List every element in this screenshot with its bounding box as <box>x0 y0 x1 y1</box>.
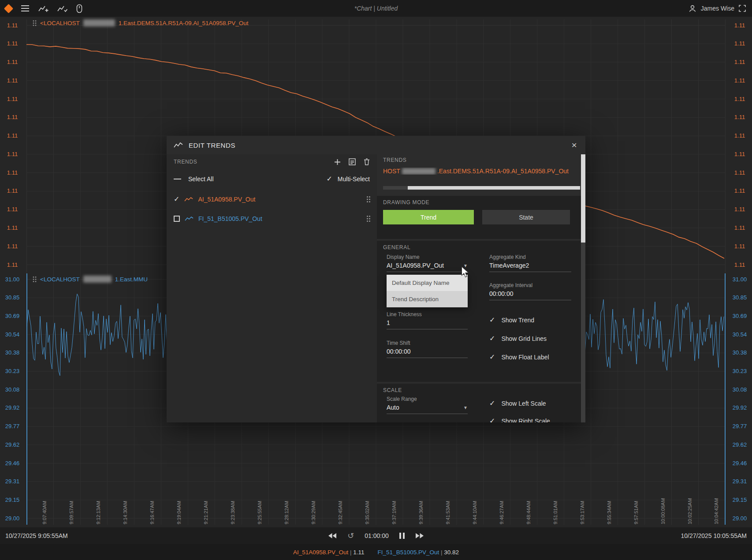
option-toggle[interactable]: ✓Show Float Label <box>489 352 549 362</box>
axis-tick: 1.11 <box>727 206 752 213</box>
axis-tick: 1.11 <box>0 206 25 213</box>
mouse-mode-icon[interactable] <box>76 4 82 13</box>
axis-tick: 1.11 <box>0 187 25 194</box>
time-tick: 9:39:36AM <box>418 501 424 524</box>
option-toggle[interactable]: ✓Show Right Scale <box>489 416 550 422</box>
fast-forward-icon[interactable] <box>415 533 424 539</box>
axis-tick: 1.11 <box>0 151 25 157</box>
check-icon: ✓ <box>326 175 332 183</box>
axis-tick: 29.77 <box>727 423 752 429</box>
trend-host: <LOCALHOST <box>40 276 80 283</box>
option-toggle[interactable]: ✓Show Left Scale <box>489 398 550 409</box>
trends-section-title: TRENDS <box>174 159 197 165</box>
axis-tick: 1.11 <box>727 114 752 120</box>
axis-tick: 1.11 <box>0 114 25 120</box>
separator: | <box>439 549 444 556</box>
trend-path: 1.East.MMU <box>115 276 148 283</box>
trend-path: 1.East.DEMS.51A.R51A-09.AI_51A0958.PV_Ou… <box>119 20 249 26</box>
trend-list-panel: TRENDS Select All ✓ Multi-Select ✓AI_51A… <box>167 154 377 422</box>
drawing-mode-title: DRAWING MODE <box>383 199 429 205</box>
vertical-scrollbar[interactable] <box>581 154 585 422</box>
line-thickness-field[interactable]: Line Thickness 1 <box>387 311 468 329</box>
bottom-chart-trend-label[interactable]: <LOCALHOST 1.East.MMU <box>33 276 148 283</box>
scale-checks: ✓Show Left Scale✓Show Right Scale <box>489 398 550 422</box>
mode-trend-button[interactable]: Trend <box>383 210 474 224</box>
status-bar: AI_51A0958.PV_Out | 1.11FI_51_B51005.PV_… <box>0 544 752 560</box>
fullscreen-icon[interactable] <box>739 5 746 12</box>
chevron-down-icon[interactable]: ▼ <box>463 263 468 268</box>
reset-icon[interactable]: ↺ <box>347 532 354 540</box>
top-chart-trend-label[interactable]: <LOCALHOST 1.East.DEMS.51A.R51A-09.AI_51… <box>33 19 249 26</box>
scale-range-field[interactable]: Scale Range Auto▼ <box>387 396 468 414</box>
axis-tick: 29.31 <box>0 478 25 485</box>
axis-tick: 30.38 <box>0 349 25 356</box>
axis-tick: 30.85 <box>0 294 25 301</box>
close-icon[interactable]: × <box>569 139 580 151</box>
axis-tick: 1.11 <box>0 22 25 29</box>
user-name[interactable]: James Wise <box>701 5 734 12</box>
aggregate-interval-field[interactable]: Aggregate Interval 00:00:00 <box>489 282 571 300</box>
pause-icon[interactable] <box>399 533 405 539</box>
axis-tick: 30.38 <box>727 349 752 356</box>
drag-handle-icon[interactable] <box>33 276 37 283</box>
display-name-field[interactable]: Display Name AI_51A0958.PV_Out▼ <box>387 254 468 272</box>
select-all-label[interactable]: Select All <box>188 175 214 183</box>
unchecked-checkbox[interactable] <box>174 216 180 222</box>
option-toggle[interactable]: ✓Show Grid Lines <box>489 333 549 344</box>
scrollbar-thumb[interactable] <box>408 186 580 190</box>
range-end-time[interactable]: 10/27/2025 10:05:55AM <box>681 527 747 544</box>
menu-icon[interactable] <box>21 5 30 12</box>
trend-name: FI_51_B51005.PV_Out <box>198 215 262 222</box>
axis-tick: 1.11 <box>0 40 25 47</box>
status-value: 1.11 <box>353 549 364 556</box>
window-duration[interactable]: 01:00:00 <box>365 532 389 539</box>
drag-handle-icon[interactable] <box>33 20 37 26</box>
axis-tick: 1.11 <box>727 224 752 231</box>
time-tick: 9:48:44AM <box>526 501 531 524</box>
edit-trends-icon[interactable] <box>57 5 67 12</box>
axis-tick: 29.62 <box>727 441 752 448</box>
axis-tick: 1.11 <box>727 40 752 47</box>
mode-state-button[interactable]: State <box>482 210 570 224</box>
trend-list-item[interactable]: FI_51_B51005.PV_Out <box>167 209 377 228</box>
trend-settings-panel: TRENDS HOST .East.DEMS.51A.R51A-09.AI_51… <box>377 154 581 422</box>
status-trend-value: FI_51_B51005.PV_Out | 30.82 <box>378 549 459 556</box>
add-icon[interactable] <box>334 159 341 165</box>
check-icon: ✓ <box>489 354 495 361</box>
chevron-down-icon[interactable]: ▼ <box>463 405 468 410</box>
axis-tick: 1.11 <box>0 224 25 231</box>
option-label: Show Right Scale <box>501 418 550 422</box>
delete-icon[interactable] <box>364 158 370 165</box>
option-label: Show Left Scale <box>501 400 546 407</box>
axis-tick: 29.62 <box>0 441 25 448</box>
check-icon: ✓ <box>489 418 495 422</box>
axis-tick: 1.11 <box>727 77 752 84</box>
checked-checkbox[interactable]: ✓ <box>174 196 179 203</box>
dropdown-option[interactable]: Trend Description <box>387 291 468 307</box>
drag-handle-icon[interactable] <box>366 215 371 222</box>
rewind-icon[interactable] <box>328 533 337 539</box>
time-tick: 9:44:10AM <box>472 501 477 524</box>
trend-list-item[interactable]: ✓AI_51A0958.PV_Out <box>167 190 377 209</box>
axis-tick: 1.11 <box>727 243 752 250</box>
axis-tick: 31.00 <box>727 276 752 283</box>
add-multiple-icon[interactable] <box>349 158 356 165</box>
dropdown-option[interactable]: Default Display Name <box>387 275 468 291</box>
time-shift-field[interactable]: Time Shift 00:00:00 <box>387 340 468 358</box>
scale-section: SCALE Scale Range Auto▼ ✓Show Left Scale… <box>377 384 581 422</box>
axis-tick: 1.11 <box>727 22 752 29</box>
drawing-mode-section: DRAWING MODE Trend State <box>377 196 581 239</box>
axis-tick: 1.11 <box>0 243 25 250</box>
select-all-icon[interactable] <box>174 179 181 179</box>
aggregate-kind-field[interactable]: Aggregate Kind TimeAverage2 <box>489 254 571 272</box>
drag-handle-icon[interactable] <box>366 196 371 203</box>
multi-select-label: Multi-Select <box>338 175 370 183</box>
option-toggle[interactable]: ✓Show Trend <box>489 315 549 325</box>
status-trend-label: AI_51A0958.PV_Out <box>293 549 348 556</box>
add-trend-icon[interactable] <box>38 5 48 12</box>
horizontal-scrollbar[interactable] <box>383 186 580 190</box>
scrollbar-thumb[interactable] <box>581 154 585 243</box>
app-window: { "topbar": { "title": "*Chart | Untitle… <box>0 0 752 560</box>
user-icon[interactable] <box>689 4 696 12</box>
multi-select-toggle[interactable]: ✓ Multi-Select <box>326 175 370 183</box>
